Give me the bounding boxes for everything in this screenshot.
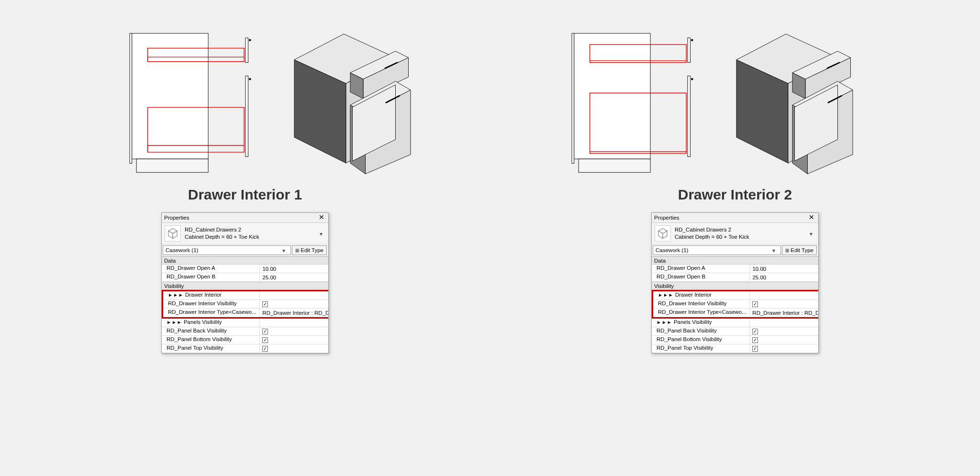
- checkbox-icon[interactable]: ✓: [262, 337, 268, 343]
- svg-point-25: [691, 78, 693, 80]
- svg-rect-19: [572, 33, 574, 164]
- section-visibility[interactable]: Visibility⌃: [652, 282, 819, 290]
- family-name: RD_Cabinet Drawers 2: [675, 226, 815, 233]
- elevation-drawing-2: [565, 31, 709, 175]
- prop-row[interactable]: RD_Drawer Open A10.00: [162, 265, 329, 273]
- checkbox-icon[interactable]: ✓: [262, 301, 268, 307]
- prop-row[interactable]: RD_Panel Top Visibility✓: [652, 344, 819, 353]
- prop-row[interactable]: RD_Panel Bottom Visibility✓: [162, 336, 329, 344]
- svg-rect-5: [245, 76, 248, 157]
- checkbox-icon[interactable]: ✓: [752, 301, 758, 307]
- drawings-row: [0, 0, 980, 182]
- svg-rect-22: [688, 38, 690, 63]
- properties-panel-left: Properties ✕ RD_Cabinet Drawers 2 Cabine…: [161, 212, 329, 354]
- family-subtype: Cabinet Depth = 60 + Toe Kick: [675, 233, 815, 241]
- svg-rect-1: [132, 33, 208, 159]
- chevron-down-icon: ▾: [282, 247, 288, 253]
- highlighted-rows: ►►► Drawer Interior RD_Drawer Interior V…: [162, 290, 329, 319]
- svg-rect-24: [688, 76, 690, 157]
- section-data[interactable]: Data⌃ ⌃: [162, 256, 329, 265]
- panel-title: Properties: [164, 215, 189, 221]
- type-selector[interactable]: RD_Cabinet Drawers 2 Cabinet Depth = 60 …: [162, 223, 328, 244]
- svg-rect-20: [574, 33, 650, 159]
- family-subtype: Cabinet Depth = 60 + Toe Kick: [185, 233, 325, 241]
- prop-row[interactable]: ►►► Panels Visibility: [162, 319, 329, 327]
- prop-row[interactable]: RD_Drawer Open A10.00: [652, 265, 819, 273]
- iso-drawing-2: [728, 29, 857, 177]
- checkbox-icon[interactable]: ✓: [752, 337, 758, 343]
- edit-type-button[interactable]: ⊞ Edit Type: [782, 245, 817, 255]
- highlighted-rows: ►►► Drawer Interior RD_Drawer Interior V…: [652, 290, 819, 319]
- family-thumbnail-icon: [165, 225, 181, 242]
- prop-row[interactable]: RD_Drawer Open B25.00: [652, 273, 819, 282]
- category-filter[interactable]: Casework (1) ▾: [163, 245, 291, 255]
- family-name: RD_Cabinet Drawers 2: [185, 226, 325, 233]
- svg-rect-2: [136, 159, 208, 172]
- drawing-group-right: [565, 29, 857, 177]
- chevron-down-icon: ▾: [320, 231, 325, 236]
- prop-row[interactable]: RD_Panel Back Visibility✓: [652, 327, 819, 336]
- prop-row[interactable]: ►►► Drawer Interior: [163, 291, 329, 300]
- titles-row: Drawer Interior 1 Drawer Interior 2: [0, 187, 980, 203]
- prop-row[interactable]: RD_Drawer Interior Visibility✓: [653, 300, 819, 309]
- prop-row[interactable]: RD_Panel Bottom Visibility✓: [652, 336, 819, 344]
- title-left: Drawer Interior 1: [0, 187, 490, 203]
- section-visibility[interactable]: Visibility⌃: [162, 282, 329, 290]
- checkbox-icon[interactable]: ✓: [752, 346, 758, 352]
- prop-row[interactable]: RD_Panel Top Visibility✓: [162, 344, 329, 353]
- panels-row: Properties ✕ RD_Cabinet Drawers 2 Cabine…: [0, 212, 980, 354]
- properties-panel-right: Properties ✕ RD_Cabinet Drawers 2 Cabine…: [651, 212, 819, 354]
- type-selector[interactable]: RD_Cabinet Drawers 2 Cabinet Depth = 60 …: [652, 223, 818, 244]
- prop-row[interactable]: RD_Panel Back Visibility✓: [162, 327, 329, 336]
- svg-rect-3: [245, 38, 248, 63]
- elevation-drawing-1: [123, 31, 267, 175]
- drawing-group-left: [123, 29, 415, 177]
- title-right: Drawer Interior 2: [490, 187, 980, 203]
- close-icon[interactable]: ✕: [807, 214, 816, 221]
- section-data[interactable]: Data⌃ ⌃: [652, 256, 819, 265]
- svg-rect-21: [579, 159, 650, 172]
- prop-row[interactable]: RD_Drawer Open B25.00: [162, 273, 329, 282]
- chevron-down-icon: ▾: [772, 247, 778, 253]
- svg-point-4: [249, 39, 251, 41]
- prop-row[interactable]: ►►► Panels Visibility: [652, 319, 819, 327]
- prop-row[interactable]: ►►► Drawer Interior: [653, 291, 819, 300]
- prop-row[interactable]: RD_Drawer Interior Type<Casewo...RD_Draw…: [653, 309, 819, 317]
- svg-point-6: [249, 78, 251, 80]
- checkbox-icon[interactable]: ✓: [262, 329, 268, 334]
- category-filter[interactable]: Casework (1) ▾: [653, 245, 781, 255]
- svg-rect-0: [130, 33, 132, 164]
- iso-drawing-1: [286, 29, 415, 177]
- checkbox-icon[interactable]: ✓: [262, 346, 268, 352]
- svg-point-23: [691, 39, 693, 41]
- edit-type-button[interactable]: ⊞ Edit Type: [292, 245, 327, 255]
- chevron-down-icon: ▾: [810, 231, 815, 236]
- prop-row[interactable]: RD_Drawer Interior Type<Casewo...RD_Draw…: [163, 309, 329, 317]
- checkbox-icon[interactable]: ✓: [752, 329, 758, 334]
- prop-row[interactable]: RD_Drawer Interior Visibility✓: [163, 300, 329, 309]
- close-icon[interactable]: ✕: [317, 214, 326, 221]
- panel-title: Properties: [654, 215, 679, 221]
- family-thumbnail-icon: [655, 225, 671, 242]
